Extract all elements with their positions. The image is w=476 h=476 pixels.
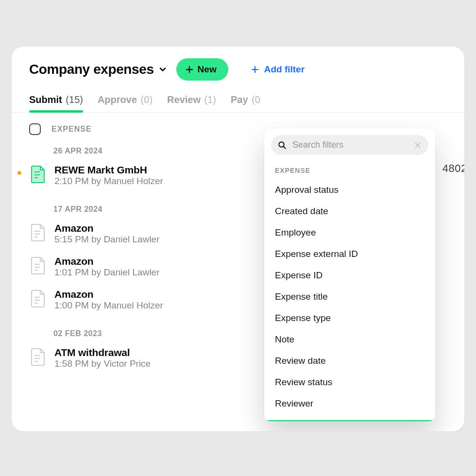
filter-option[interactable]: Approval status (275, 179, 425, 201)
close-icon[interactable] (414, 141, 422, 149)
chevron-down-icon (158, 65, 168, 74)
tab-count: (15) (66, 94, 83, 105)
document-icon (31, 348, 46, 366)
filter-section-title: EXPENSE (275, 167, 425, 174)
svg-line-22 (283, 146, 286, 149)
document-icon (31, 165, 46, 184)
column-label-expense: EXPENSE (51, 125, 92, 134)
new-button-label: New (198, 64, 217, 75)
app-window: Company expenses New Add filter Submit (… (12, 47, 464, 431)
filter-option[interactable]: Expense external ID (275, 243, 425, 265)
filter-option[interactable]: Reviewer (275, 393, 425, 414)
filter-search-input[interactable] (292, 140, 408, 150)
tab-label: Submit (29, 94, 62, 105)
filter-option[interactable]: Expense title (275, 286, 425, 307)
filter-option[interactable]: Created date (275, 201, 425, 222)
document-icon (31, 256, 46, 275)
filter-search-box[interactable] (271, 135, 428, 155)
filter-option[interactable]: Employee (275, 222, 425, 243)
filter-section: EXPENSE Approval status Created date Emp… (264, 159, 435, 421)
tab-label: Review (167, 94, 201, 105)
tab-label: Approve (98, 94, 137, 105)
tab-bar: Submit (15) Approve (0) Review (1) Pay (… (12, 89, 464, 113)
search-icon (278, 141, 287, 150)
filter-option[interactable]: Review status (275, 372, 425, 393)
filter-option[interactable]: Expense type (275, 307, 425, 329)
filter-option[interactable]: Note (275, 329, 425, 350)
tab-count: (0) (141, 94, 153, 105)
status-dot-icon (17, 171, 21, 175)
page-title: Company expenses (29, 62, 154, 77)
tab-label: Pay (231, 94, 248, 105)
add-filter-button[interactable]: Add filter (251, 64, 305, 75)
plus-icon (185, 65, 194, 74)
document-icon (31, 223, 46, 242)
expense-extra: 4802207 (442, 162, 464, 175)
add-filter-label: Add filter (264, 64, 305, 75)
tab-count: (1) (204, 94, 216, 105)
tab-approve[interactable]: Approve (0) (98, 89, 153, 112)
tab-review[interactable]: Review (1) (167, 89, 216, 112)
header-bar: Company expenses New Add filter (12, 47, 464, 89)
tab-count: (0 (252, 94, 260, 105)
tab-pay[interactable]: Pay (0 (231, 89, 260, 112)
tab-submit[interactable]: Submit (15) (29, 89, 83, 112)
title-dropdown[interactable]: Company expenses (29, 62, 168, 77)
filter-option[interactable]: Review date (275, 350, 425, 372)
filter-option[interactable]: Expense ID (275, 265, 425, 286)
select-all-checkbox[interactable] (29, 123, 41, 135)
new-button[interactable]: New (176, 58, 228, 81)
plus-icon (251, 65, 259, 74)
document-icon (31, 289, 46, 308)
filter-popup: EXPENSE Approval status Created date Emp… (264, 128, 435, 421)
